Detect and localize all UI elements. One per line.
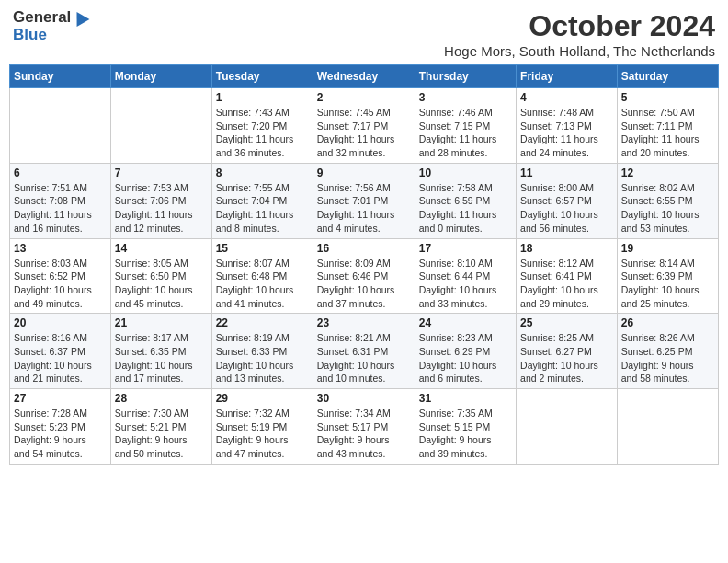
calendar-cell: 18Sunrise: 8:12 AM Sunset: 6:41 PM Dayli… — [517, 238, 618, 314]
day-info: Sunrise: 8:23 AM Sunset: 6:29 PM Dayligh… — [419, 331, 512, 385]
calendar-table: SundayMondayTuesdayWednesdayThursdayFrid… — [9, 64, 719, 465]
day-info: Sunrise: 7:45 AM Sunset: 7:17 PM Dayligh… — [317, 106, 411, 160]
day-number: 5 — [621, 91, 714, 104]
day-info: Sunrise: 7:35 AM Sunset: 5:15 PM Dayligh… — [419, 407, 512, 461]
day-info: Sunrise: 8:16 AM Sunset: 6:37 PM Dayligh… — [14, 331, 107, 385]
calendar-cell: 23Sunrise: 8:21 AM Sunset: 6:31 PM Dayli… — [313, 314, 415, 389]
day-number: 22 — [216, 316, 309, 329]
day-info: Sunrise: 8:12 AM Sunset: 6:41 PM Dayligh… — [520, 257, 613, 311]
calendar-cell: 26Sunrise: 8:26 AM Sunset: 6:25 PM Dayli… — [617, 314, 718, 389]
day-info: Sunrise: 8:02 AM Sunset: 6:55 PM Dayligh… — [621, 181, 714, 236]
day-number: 3 — [419, 91, 512, 104]
day-number: 10 — [419, 167, 512, 179]
calendar-cell: 8Sunrise: 7:55 AM Sunset: 7:04 PM Daylig… — [211, 163, 313, 238]
day-number: 9 — [317, 167, 411, 179]
calendar-cell: 30Sunrise: 7:34 AM Sunset: 5:17 PM Dayli… — [313, 389, 415, 465]
day-info: Sunrise: 8:17 AM Sunset: 6:35 PM Dayligh… — [115, 331, 208, 385]
day-info: Sunrise: 7:30 AM Sunset: 5:21 PM Dayligh… — [115, 407, 208, 461]
calendar-cell: 15Sunrise: 8:07 AM Sunset: 6:48 PM Dayli… — [211, 238, 313, 314]
day-info: Sunrise: 8:05 AM Sunset: 6:50 PM Dayligh… — [115, 257, 208, 311]
weekday-header-tuesday: Tuesday — [211, 65, 313, 88]
weekday-header-saturday: Saturday — [617, 65, 718, 88]
calendar-cell: 3Sunrise: 7:46 AM Sunset: 7:15 PM Daylig… — [415, 88, 516, 164]
day-number: 14 — [115, 242, 208, 255]
day-info: Sunrise: 7:43 AM Sunset: 7:20 PM Dayligh… — [216, 106, 309, 160]
day-info: Sunrise: 8:10 AM Sunset: 6:44 PM Dayligh… — [419, 257, 512, 311]
location-title: Hoge Mors, South Holland, The Netherland… — [444, 43, 715, 59]
calendar-cell — [617, 389, 718, 465]
day-number: 6 — [14, 167, 107, 179]
calendar-week-row-1: 1Sunrise: 7:43 AM Sunset: 7:20 PM Daylig… — [10, 88, 719, 164]
day-number: 8 — [216, 167, 309, 179]
calendar-cell: 25Sunrise: 8:25 AM Sunset: 6:27 PM Dayli… — [517, 314, 618, 389]
calendar-cell: 31Sunrise: 7:35 AM Sunset: 5:15 PM Dayli… — [415, 389, 516, 465]
day-number: 27 — [14, 392, 107, 405]
day-number: 7 — [115, 167, 208, 179]
day-number: 19 — [621, 242, 714, 255]
day-number: 1 — [216, 91, 309, 104]
calendar-cell: 21Sunrise: 8:17 AM Sunset: 6:35 PM Dayli… — [110, 314, 211, 389]
day-info: Sunrise: 7:53 AM Sunset: 7:06 PM Dayligh… — [115, 181, 208, 236]
weekday-header-thursday: Thursday — [415, 65, 516, 88]
day-number: 20 — [14, 316, 107, 329]
title-area: October 2024 Hoge Mors, South Holland, T… — [444, 9, 715, 59]
day-info: Sunrise: 8:07 AM Sunset: 6:48 PM Dayligh… — [216, 257, 309, 311]
day-info: Sunrise: 7:58 AM Sunset: 6:59 PM Dayligh… — [419, 181, 512, 236]
day-number: 26 — [621, 316, 714, 329]
logo-triangle-icon — [71, 8, 90, 27]
calendar-cell: 19Sunrise: 8:14 AM Sunset: 6:39 PM Dayli… — [617, 238, 718, 314]
calendar-cell: 13Sunrise: 8:03 AM Sunset: 6:52 PM Dayli… — [10, 238, 111, 314]
calendar-cell: 10Sunrise: 7:58 AM Sunset: 6:59 PM Dayli… — [415, 163, 516, 238]
day-number: 25 — [520, 316, 613, 329]
calendar-cell: 24Sunrise: 8:23 AM Sunset: 6:29 PM Dayli… — [415, 314, 516, 389]
calendar-cell: 28Sunrise: 7:30 AM Sunset: 5:21 PM Dayli… — [110, 389, 211, 465]
day-info: Sunrise: 7:48 AM Sunset: 7:13 PM Dayligh… — [520, 106, 613, 160]
calendar-cell: 14Sunrise: 8:05 AM Sunset: 6:50 PM Dayli… — [110, 238, 211, 314]
day-number: 17 — [419, 242, 512, 255]
day-info: Sunrise: 8:09 AM Sunset: 6:46 PM Dayligh… — [317, 257, 411, 311]
calendar-week-row-3: 13Sunrise: 8:03 AM Sunset: 6:52 PM Dayli… — [10, 238, 719, 314]
day-number: 13 — [14, 242, 107, 255]
weekday-header-row: SundayMondayTuesdayWednesdayThursdayFrid… — [10, 65, 719, 88]
calendar-cell: 7Sunrise: 7:53 AM Sunset: 7:06 PM Daylig… — [110, 163, 211, 238]
calendar-cell: 27Sunrise: 7:28 AM Sunset: 5:23 PM Dayli… — [10, 389, 111, 465]
calendar-cell: 1Sunrise: 7:43 AM Sunset: 7:20 PM Daylig… — [211, 88, 313, 164]
day-number: 31 — [419, 392, 512, 405]
calendar-cell: 22Sunrise: 8:19 AM Sunset: 6:33 PM Dayli… — [211, 314, 313, 389]
page-header: General Blue October 2024 Hoge Mors, Sou… — [9, 9, 719, 59]
day-info: Sunrise: 8:03 AM Sunset: 6:52 PM Dayligh… — [14, 257, 107, 311]
calendar-cell: 6Sunrise: 7:51 AM Sunset: 7:08 PM Daylig… — [10, 163, 111, 238]
day-info: Sunrise: 8:14 AM Sunset: 6:39 PM Dayligh… — [621, 257, 714, 311]
weekday-header-wednesday: Wednesday — [313, 65, 415, 88]
day-info: Sunrise: 8:25 AM Sunset: 6:27 PM Dayligh… — [520, 331, 613, 385]
calendar-cell: 5Sunrise: 7:50 AM Sunset: 7:11 PM Daylig… — [617, 88, 718, 164]
day-info: Sunrise: 7:28 AM Sunset: 5:23 PM Dayligh… — [14, 407, 107, 461]
day-info: Sunrise: 8:21 AM Sunset: 6:31 PM Dayligh… — [317, 331, 411, 385]
day-info: Sunrise: 7:56 AM Sunset: 7:01 PM Dayligh… — [317, 181, 411, 236]
day-info: Sunrise: 8:00 AM Sunset: 6:57 PM Dayligh… — [520, 181, 613, 236]
calendar-cell: 20Sunrise: 8:16 AM Sunset: 6:37 PM Dayli… — [10, 314, 111, 389]
logo: General Blue — [13, 9, 87, 43]
day-number: 29 — [216, 392, 309, 405]
weekday-header-friday: Friday — [517, 65, 618, 88]
day-number: 23 — [317, 316, 411, 329]
day-number: 11 — [520, 167, 613, 179]
calendar-week-row-4: 20Sunrise: 8:16 AM Sunset: 6:37 PM Dayli… — [10, 314, 719, 389]
weekday-header-sunday: Sunday — [10, 65, 111, 88]
day-number: 18 — [520, 242, 613, 255]
calendar-cell: 4Sunrise: 7:48 AM Sunset: 7:13 PM Daylig… — [517, 88, 618, 164]
day-info: Sunrise: 7:50 AM Sunset: 7:11 PM Dayligh… — [621, 106, 714, 160]
day-number: 30 — [317, 392, 411, 405]
calendar-cell: 12Sunrise: 8:02 AM Sunset: 6:55 PM Dayli… — [617, 163, 718, 238]
calendar-cell: 29Sunrise: 7:32 AM Sunset: 5:19 PM Dayli… — [211, 389, 313, 465]
day-number: 21 — [115, 316, 208, 329]
calendar-cell: 11Sunrise: 8:00 AM Sunset: 6:57 PM Dayli… — [517, 163, 618, 238]
day-number: 28 — [115, 392, 208, 405]
calendar-week-row-2: 6Sunrise: 7:51 AM Sunset: 7:08 PM Daylig… — [10, 163, 719, 238]
day-info: Sunrise: 7:32 AM Sunset: 5:19 PM Dayligh… — [216, 407, 309, 461]
day-info: Sunrise: 8:19 AM Sunset: 6:33 PM Dayligh… — [216, 331, 309, 385]
calendar-cell: 17Sunrise: 8:10 AM Sunset: 6:44 PM Dayli… — [415, 238, 516, 314]
day-number: 12 — [621, 167, 714, 179]
calendar-week-row-5: 27Sunrise: 7:28 AM Sunset: 5:23 PM Dayli… — [10, 389, 719, 465]
day-number: 4 — [520, 91, 613, 104]
